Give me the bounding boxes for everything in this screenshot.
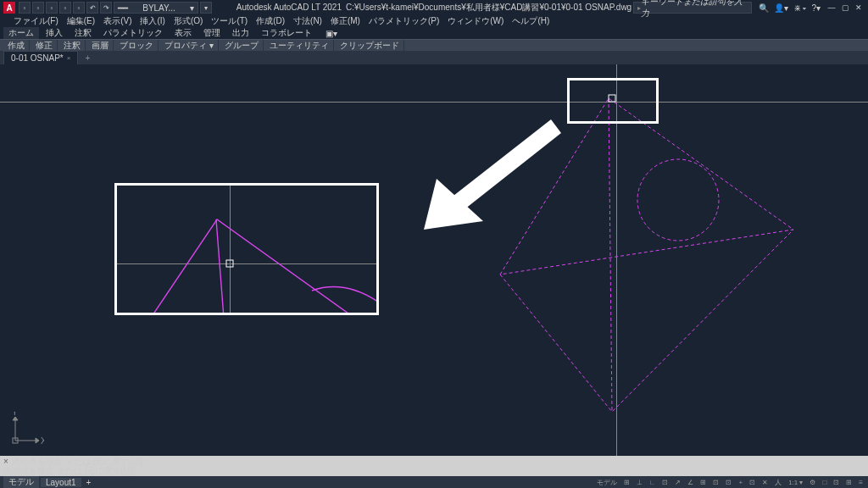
status-toggles: モデル ⊞ ⊥ ∟ ⊡ ↗ ∠ ⊞ ⊡ ⊡ + ⊡ ✕ 人 1:1 ▾ ⚙ □ … — [595, 478, 865, 487]
tab-expand-icon[interactable]: ▣▾ — [320, 29, 342, 38]
status-model[interactable]: モデル — [595, 478, 619, 487]
layout1-tab[interactable]: Layout1 — [41, 478, 81, 487]
quick-access-toolbar: ▫ ▫ ▫ ▫ ▫ ↶ ↷ ━━BYLAY...▾ ▾ — [19, 2, 212, 14]
grid-icon[interactable]: ⊞ — [622, 479, 632, 486]
close-button[interactable]: ✕ — [853, 3, 865, 13]
qat-undo-icon[interactable]: ↶ — [86, 2, 98, 14]
gear-icon[interactable]: ⚙ — [808, 479, 817, 486]
command-history: × 次の点を指定 または [元に戻す(U)]: 次の点を指定 または [元に戻す… — [0, 456, 868, 476]
tab-output[interactable]: 出力 — [227, 27, 254, 39]
maximize-button[interactable]: ▢ — [839, 3, 851, 13]
menu-draw[interactable]: 作成(D) — [256, 15, 285, 27]
menu-file[interactable]: ファイル(F) — [14, 15, 58, 27]
qat-save-icon[interactable]: ▫ — [46, 2, 58, 14]
model-tab[interactable]: モデル — [3, 476, 39, 488]
drawing-canvas[interactable]: X Y — [0, 64, 868, 456]
snap-icon[interactable]: ⊥ — [635, 479, 644, 486]
panel-block[interactable]: ブロック — [115, 40, 159, 52]
menu-icon[interactable]: ≡ — [857, 479, 865, 486]
annomonitor-icon[interactable]: 人 — [773, 478, 783, 487]
callout-source-box — [567, 78, 659, 124]
panel-draw[interactable]: 作成 — [3, 40, 30, 52]
cmd-handle-icon[interactable]: × — [3, 457, 8, 466]
menu-modify[interactable]: 修正(M) — [331, 15, 360, 27]
menu-window[interactable]: ウィンドウ(W) — [448, 15, 504, 27]
tab-collaborate[interactable]: コラボレート — [256, 27, 317, 39]
qat-plot-icon[interactable]: ▫ — [73, 2, 85, 14]
panel-modify[interactable]: 修正 — [31, 40, 58, 52]
tab-annotate[interactable]: 注釈 — [70, 27, 97, 39]
qat-saveas-icon[interactable]: ▫ — [59, 2, 71, 14]
ribbon-tabs: ホーム 挿入 注釈 パラメトリック 表示 管理 出力 コラボレート ▣▾ — [0, 27, 868, 39]
svg-rect-2 — [226, 260, 233, 267]
polar-icon[interactable]: ⊡ — [660, 479, 670, 486]
cycling-icon[interactable]: ⊡ — [724, 479, 733, 486]
arrow-icon — [373, 111, 568, 238]
svg-text:X: X — [41, 436, 44, 446]
transparency-icon[interactable]: ⊡ — [711, 479, 721, 486]
panel-utilities[interactable]: ユーティリティ — [265, 40, 334, 52]
otrack-icon[interactable]: ∠ — [686, 479, 695, 486]
search-input[interactable]: ▸ キーワードまたは語句を入力 — [633, 2, 752, 14]
qat-redo-icon[interactable]: ↷ — [100, 2, 112, 14]
command-line[interactable]: × 次の点を指定 または [元に戻す(U)]: 次の点を指定 または [元に戻す… — [0, 456, 868, 476]
doc-tab-active[interactable]: 0-01 OSNAP*× — [3, 51, 78, 65]
menu-dimension[interactable]: 寸法(N) — [293, 15, 322, 27]
scale-display[interactable]: 1:1 ▾ — [787, 479, 804, 486]
panel-properties[interactable]: プロパティ ▾ — [160, 40, 219, 52]
tab-home[interactable]: ホーム — [3, 27, 39, 39]
menu-view[interactable]: 表示(V) — [103, 15, 131, 27]
panel-layers[interactable]: 画層 — [87, 40, 114, 52]
new-tab-button[interactable]: + — [81, 53, 93, 63]
menu-format[interactable]: 形式(O) — [174, 15, 203, 27]
panel-clipboard[interactable]: クリップボード — [336, 40, 404, 52]
app-logo[interactable]: A — [3, 2, 15, 14]
ucs-icon: X Y — [10, 412, 44, 446]
panel-annotation[interactable]: 注釈 — [59, 40, 86, 52]
annovis-icon[interactable]: ⊡ — [748, 479, 757, 486]
workspace-icon[interactable]: ✕ — [760, 479, 770, 486]
zoom-detail-box — [114, 183, 379, 315]
menu-insert[interactable]: 挿入(I) — [140, 15, 164, 27]
status-bar: モデル Layout1 + モデル ⊞ ⊥ ∟ ⊡ ↗ ∠ ⊞ ⊡ ⊡ + ⊡ … — [0, 476, 868, 488]
search-icon[interactable]: 🔍 — [759, 3, 769, 13]
qat-open-icon[interactable]: ▫ — [32, 2, 44, 14]
qat-new-icon[interactable]: ▫ — [19, 2, 31, 14]
lwt-icon[interactable]: ⊞ — [698, 479, 708, 486]
ortho-icon[interactable]: ∟ — [648, 479, 658, 486]
window-title: Autodesk AutoCAD LT 2021 C:¥Users¥t-kame… — [236, 2, 632, 14]
osnap-icon[interactable]: ↗ — [673, 479, 682, 486]
close-icon[interactable]: × — [67, 54, 71, 62]
isolate-icon[interactable]: □ — [821, 479, 828, 486]
panel-groups[interactable]: グループ — [220, 40, 264, 52]
menu-parametric[interactable]: パラメトリック(P) — [369, 15, 439, 27]
menu-edit[interactable]: 編集(E) — [67, 15, 95, 27]
minimize-button[interactable]: — — [826, 3, 837, 13]
menu-tools[interactable]: ツール(T) — [211, 15, 248, 27]
exchange-icon[interactable]: ⛯▾ — [793, 3, 806, 13]
annoscale-icon[interactable]: + — [737, 479, 744, 486]
svg-point-0 — [637, 159, 719, 241]
ribbon-panels: 作成 修正 注釈 画層 ブロック プロパティ ▾ グループ ユーティリティ クリ… — [0, 39, 868, 51]
svg-text:Y: Y — [12, 412, 18, 417]
tab-parametric[interactable]: パラメトリック — [98, 27, 168, 39]
tab-view[interactable]: 表示 — [170, 27, 197, 39]
add-layout-button[interactable]: + — [83, 478, 95, 487]
tab-manage[interactable]: 管理 — [198, 27, 225, 39]
customize-icon[interactable]: ⊞ — [844, 479, 854, 486]
help-icon[interactable]: ?▾ — [811, 3, 821, 13]
document-tabs: 0-01 OSNAP*× + — [0, 51, 868, 64]
layer-selector[interactable]: ━━BYLAY...▾ — [114, 2, 198, 14]
qat-share-icon[interactable]: ▾ — [200, 2, 212, 14]
menu-help[interactable]: ヘルプ(H) — [512, 15, 549, 27]
signin-icon[interactable]: 👤▾ — [774, 3, 788, 13]
tab-insert[interactable]: 挿入 — [41, 27, 68, 39]
cleanscreen-icon[interactable]: ⊡ — [832, 479, 841, 486]
